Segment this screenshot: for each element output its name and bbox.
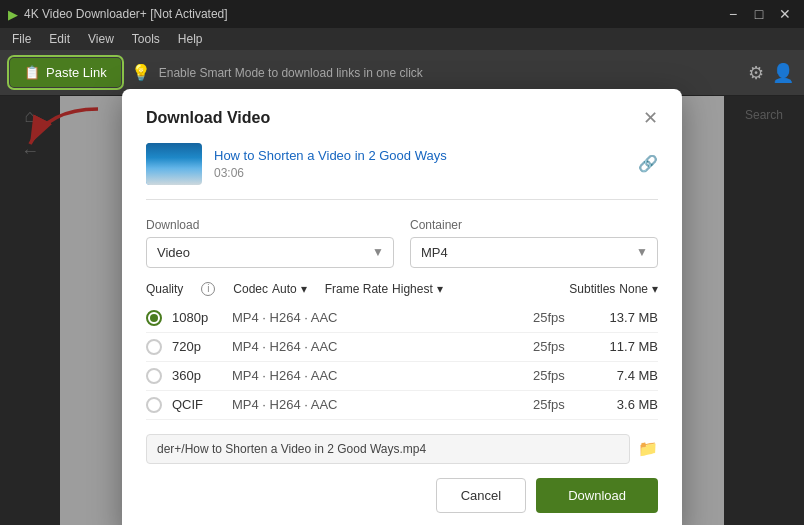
framerate-chevron-icon: ▾ — [437, 282, 443, 296]
quality-codec-qcif: MP4 · H264 · AAC — [232, 397, 533, 412]
table-row[interactable]: 360p MP4 · H264 · AAC 25fps 7.4 MB — [146, 362, 658, 391]
quality-codec-1080p: MP4 · H264 · AAC — [232, 310, 533, 325]
download-type-select-wrap: Video Audio Subtitles ▼ — [146, 237, 394, 268]
download-type-group: Download Video Audio Subtitles ▼ — [146, 218, 394, 268]
quality-size-720p: 11.7 MB — [588, 339, 658, 354]
download-type-label: Download — [146, 218, 394, 232]
menu-help[interactable]: Help — [170, 30, 211, 48]
video-title-highlighted: Video — [318, 148, 351, 163]
format-selects-row: Download Video Audio Subtitles ▼ Contain… — [146, 218, 658, 268]
app-title: 4K Video Downloader+ [Not Activated] — [18, 7, 722, 21]
video-title-part2: in 2 Good Ways — [351, 148, 447, 163]
container-label: Container — [410, 218, 658, 232]
quality-fps-qcif: 25fps — [533, 397, 588, 412]
cancel-button[interactable]: Cancel — [436, 478, 526, 513]
file-path-display: der+/How to Shorten a Video in 2 Good Wa… — [146, 434, 630, 464]
quality-fps-360p: 25fps — [533, 368, 588, 383]
quality-list: 1080p MP4 · H264 · AAC 25fps 13.7 MB 720… — [146, 304, 658, 420]
video-title: How to Shorten a Video in 2 Good Ways — [214, 148, 626, 163]
quality-fps-1080p: 25fps — [533, 310, 588, 325]
container-select[interactable]: MP4 MKV AVI MOV — [410, 237, 658, 268]
subtitles-value: None — [619, 282, 648, 296]
framerate-value: Highest — [392, 282, 433, 296]
user-avatar-icon[interactable]: 👤 — [772, 62, 794, 84]
smart-mode-text: Enable Smart Mode to download links in o… — [159, 66, 423, 80]
container-group: Container MP4 MKV AVI MOV ▼ — [410, 218, 658, 268]
folder-browse-icon[interactable]: 📁 — [638, 439, 658, 458]
subtitles-chevron-icon: ▾ — [652, 282, 658, 296]
menu-edit[interactable]: Edit — [41, 30, 78, 48]
video-info: How to Shorten a Video in 2 Good Ways 03… — [146, 143, 658, 200]
menu-bar: File Edit View Tools Help — [0, 28, 804, 50]
video-duration: 03:06 — [214, 166, 626, 180]
table-row[interactable]: QCIF MP4 · H264 · AAC 25fps 3.6 MB — [146, 391, 658, 420]
menu-tools[interactable]: Tools — [124, 30, 168, 48]
codec-label: Codec — [233, 282, 268, 296]
quality-name-qcif: QCIF — [172, 397, 232, 412]
dialog-title: Download Video — [146, 109, 270, 127]
quality-size-1080p: 13.7 MB — [588, 310, 658, 325]
quality-name-720p: 720p — [172, 339, 232, 354]
dialog-footer: Cancel Download — [146, 478, 658, 513]
paste-icon: 📋 — [24, 65, 40, 80]
download-type-select[interactable]: Video Audio Subtitles — [146, 237, 394, 268]
download-dialog: Download Video ✕ How to Shorten a Video … — [122, 89, 682, 526]
subtitles-area: Subtitles None ▾ — [569, 282, 658, 296]
dialog-header: Download Video ✕ — [146, 109, 658, 127]
subtitles-dropdown[interactable]: Subtitles None ▾ — [569, 282, 658, 296]
main-area: ⌂ ← Search Download Video ✕ Ho — [0, 96, 804, 525]
dialog-close-button[interactable]: ✕ — [643, 109, 658, 127]
paste-link-label: Paste Link — [46, 65, 107, 80]
framerate-label: Frame Rate — [325, 282, 388, 296]
codec-dropdown[interactable]: Codec Auto ▾ — [233, 282, 306, 296]
quality-info-icon[interactable]: i — [201, 282, 215, 296]
table-row[interactable]: 720p MP4 · H264 · AAC 25fps 11.7 MB — [146, 333, 658, 362]
paste-link-button[interactable]: 📋 Paste Link — [10, 58, 121, 87]
title-bar: ▶ 4K Video Downloader+ [Not Activated] −… — [0, 0, 804, 28]
smart-mode-area: 💡 Enable Smart Mode to download links in… — [131, 63, 738, 82]
quality-name-1080p: 1080p — [172, 310, 232, 325]
minimize-button[interactable]: − — [722, 3, 744, 25]
lightbulb-icon: 💡 — [131, 63, 151, 82]
quality-codec-720p: MP4 · H264 · AAC — [232, 339, 533, 354]
link-icon[interactable]: 🔗 — [638, 154, 658, 173]
video-thumbnail — [146, 143, 202, 185]
quality-radio-360p[interactable] — [146, 368, 162, 384]
toolbar-right: ⚙ 👤 — [748, 62, 794, 84]
video-title-part1: How to Shorten a — [214, 148, 318, 163]
subtitles-label: Subtitles — [569, 282, 615, 296]
file-path-row: der+/How to Shorten a Video in 2 Good Wa… — [146, 434, 658, 464]
codec-value: Auto — [272, 282, 297, 296]
maximize-button[interactable]: □ — [748, 3, 770, 25]
quality-size-qcif: 3.6 MB — [588, 397, 658, 412]
container-select-wrap: MP4 MKV AVI MOV ▼ — [410, 237, 658, 268]
quality-radio-720p[interactable] — [146, 339, 162, 355]
framerate-dropdown[interactable]: Frame Rate Highest ▾ — [325, 282, 443, 296]
quality-codec-360p: MP4 · H264 · AAC — [232, 368, 533, 383]
quality-label: Quality — [146, 282, 183, 296]
quality-header-row: Quality i Codec Auto ▾ Frame Rate Highes… — [146, 282, 658, 296]
table-row[interactable]: 1080p MP4 · H264 · AAC 25fps 13.7 MB — [146, 304, 658, 333]
menu-file[interactable]: File — [4, 30, 39, 48]
codec-chevron-icon: ▾ — [301, 282, 307, 296]
menu-view[interactable]: View — [80, 30, 122, 48]
quality-radio-1080p[interactable] — [146, 310, 162, 326]
settings-icon[interactable]: ⚙ — [748, 62, 764, 84]
download-button[interactable]: Download — [536, 478, 658, 513]
quality-name-360p: 360p — [172, 368, 232, 383]
window-controls: − □ ✕ — [722, 3, 796, 25]
close-button[interactable]: ✕ — [774, 3, 796, 25]
quality-fps-720p: 25fps — [533, 339, 588, 354]
video-info-text: How to Shorten a Video in 2 Good Ways 03… — [214, 148, 626, 180]
quality-radio-qcif[interactable] — [146, 397, 162, 413]
quality-size-360p: 7.4 MB — [588, 368, 658, 383]
